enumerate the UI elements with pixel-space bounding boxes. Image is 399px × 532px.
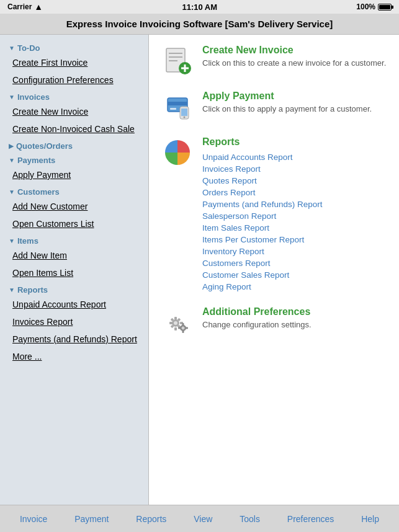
apply-payment-icon	[161, 91, 194, 123]
sidebar-section-items[interactable]: ▼ Items	[0, 233, 148, 247]
reports-list: Unpaid Accounts Report Invoices Report Q…	[202, 151, 323, 293]
report-quotes[interactable]: Quotes Report	[202, 175, 323, 187]
apply-payment-text: Apply Payment Click on this to apply a p…	[202, 91, 372, 113]
battery-percent: 100%	[356, 2, 375, 11]
sidebar: ▼ To-Do Create First Invoice Configurati…	[0, 35, 149, 505]
tab-payment[interactable]: Payment	[68, 509, 115, 529]
apply-payment-title[interactable]: Apply Payment	[202, 91, 372, 102]
svg-rect-28	[178, 327, 181, 329]
svg-point-12	[184, 117, 186, 118]
create-invoice-text: Create New Invoice Click on this to crea…	[202, 45, 386, 68]
svg-point-15	[174, 321, 177, 325]
reports-icon	[161, 136, 194, 169]
feature-block-prefs: Additional Preferences Change configurat…	[161, 306, 387, 339]
status-right: 100%	[356, 2, 392, 11]
svg-rect-8	[168, 102, 187, 105]
report-inventory[interactable]: Inventory Report	[202, 246, 323, 257]
svg-rect-11	[181, 109, 187, 116]
sidebar-item-create-first-invoice[interactable]: Create First Invoice	[0, 54, 148, 71]
tab-invoice[interactable]: Invoice	[14, 509, 53, 529]
status-bar: Carrier ▲ 11:10 AM 100%	[0, 0, 399, 14]
wifi-icon: ▲	[34, 2, 43, 12]
sidebar-item-config-prefs[interactable]: Configuration Preferences	[0, 71, 148, 89]
sidebar-item-apply-payment[interactable]: Apply Payment	[0, 166, 148, 184]
sidebar-section-reports[interactable]: ▼ Reports	[0, 282, 148, 296]
feature-block-create-invoice: Create New Invoice Click on this to crea…	[161, 45, 387, 77]
arrow-icon-items: ▼	[9, 237, 15, 244]
tab-bar: Invoice Payment Reports View Tools Prefe…	[0, 505, 399, 532]
sidebar-item-cash-sale[interactable]: Create Non-Invoiced Cash Sale	[0, 120, 148, 138]
feature-block-apply-payment: Apply Payment Click on this to apply a p…	[161, 91, 387, 123]
arrow-icon-reports: ▼	[9, 286, 15, 293]
arrow-icon-quotes: ▶	[9, 143, 14, 149]
sidebar-section-payments-label: Payments	[17, 156, 55, 165]
apply-payment-description: Click on this to apply a payment for a c…	[202, 104, 372, 113]
tab-reports[interactable]: Reports	[130, 509, 173, 529]
svg-rect-9	[170, 108, 176, 110]
report-item-sales[interactable]: Item Sales Report	[202, 222, 323, 234]
additional-prefs-description: Change configuration settings.	[202, 320, 312, 329]
sidebar-section-quotes[interactable]: ▶ Quotes/Orders	[0, 138, 148, 152]
create-invoice-title[interactable]: Create New Invoice	[202, 45, 386, 56]
svg-point-25	[182, 327, 185, 330]
arrow-icon-invoices: ▼	[9, 94, 15, 100]
tab-help[interactable]: Help	[355, 509, 385, 529]
svg-rect-17	[174, 327, 177, 330]
status-left: Carrier ▲	[7, 2, 43, 12]
sidebar-item-unpaid-accounts-report[interactable]: Unpaid Accounts Report	[0, 296, 148, 313]
tab-tools[interactable]: Tools	[233, 509, 266, 529]
svg-rect-29	[186, 327, 188, 329]
report-customer-sales[interactable]: Customer Sales Report	[202, 269, 323, 281]
report-items-per-customer[interactable]: Items Per Customer Report	[202, 234, 323, 246]
report-customers[interactable]: Customers Report	[202, 257, 323, 269]
reports-text: Reports Unpaid Accounts Report Invoices …	[202, 136, 323, 293]
battery-icon	[378, 4, 392, 11]
tab-preferences[interactable]: Preferences	[281, 509, 340, 529]
sidebar-section-items-label: Items	[17, 236, 38, 246]
sidebar-section-invoices[interactable]: ▼ Invoices	[0, 89, 148, 103]
svg-rect-16	[174, 317, 177, 320]
content-area: Create New Invoice Click on this to crea…	[149, 35, 399, 505]
create-invoice-icon	[161, 45, 194, 77]
report-orders[interactable]: Orders Report	[202, 187, 323, 198]
create-invoice-description: Click on this to create a new invoice fo…	[202, 58, 386, 68]
svg-rect-18	[169, 322, 173, 324]
reports-title[interactable]: Reports	[202, 136, 323, 148]
sidebar-section-quotes-label: Quotes/Orders	[16, 141, 73, 151]
svg-rect-27	[182, 330, 184, 333]
sidebar-item-payments-refunds-report[interactable]: Payments (and Refunds) Report	[0, 330, 148, 348]
status-time: 11:10 AM	[182, 2, 217, 12]
tab-view[interactable]: View	[187, 509, 218, 529]
sidebar-item-invoices-report[interactable]: Invoices Report	[0, 313, 148, 330]
sidebar-section-invoices-label: Invoices	[17, 92, 50, 102]
arrow-icon-customers: ▼	[9, 188, 15, 195]
report-payments-refunds[interactable]: Payments (and Refunds) Report	[202, 198, 323, 210]
sidebar-item-open-items-list[interactable]: Open Items List	[0, 264, 148, 282]
report-salesperson[interactable]: Salesperson Report	[202, 210, 323, 222]
carrier-label: Carrier	[7, 2, 32, 11]
main-container: ▼ To-Do Create First Invoice Configurati…	[0, 35, 399, 505]
report-unpaid-accounts[interactable]: Unpaid Accounts Report	[202, 151, 323, 163]
sidebar-item-add-new-item[interactable]: Add New Item	[0, 247, 148, 264]
svg-rect-26	[182, 323, 184, 326]
sidebar-item-add-new-customer[interactable]: Add New Customer	[0, 198, 148, 215]
sidebar-section-customers[interactable]: ▼ Customers	[0, 184, 148, 198]
sidebar-item-open-customers-list[interactable]: Open Customers List	[0, 215, 148, 233]
additional-prefs-title[interactable]: Additional Preferences	[202, 306, 312, 317]
arrow-icon-payments: ▼	[9, 157, 15, 164]
title-bar: Express Invoice Invoicing Software [Sam'…	[0, 14, 399, 35]
additional-prefs-text: Additional Preferences Change configurat…	[202, 306, 312, 329]
additional-prefs-icon	[161, 306, 194, 339]
feature-block-reports: Reports Unpaid Accounts Report Invoices …	[161, 136, 387, 293]
sidebar-section-customers-label: Customers	[17, 187, 60, 197]
sidebar-item-create-new-invoice[interactable]: Create New Invoice	[0, 103, 148, 120]
sidebar-item-more[interactable]: More ...	[0, 348, 148, 365]
sidebar-section-payments[interactable]: ▼ Payments	[0, 152, 148, 166]
arrow-icon: ▼	[9, 45, 15, 51]
report-invoices[interactable]: Invoices Report	[202, 163, 323, 175]
sidebar-section-todo-label: To-Do	[17, 43, 40, 53]
sidebar-section-reports-label: Reports	[17, 285, 48, 295]
sidebar-section-todo[interactable]: ▼ To-Do	[0, 40, 148, 54]
app-title: Express Invoice Invoicing Software [Sam'…	[66, 19, 333, 29]
report-aging[interactable]: Aging Report	[202, 281, 323, 293]
